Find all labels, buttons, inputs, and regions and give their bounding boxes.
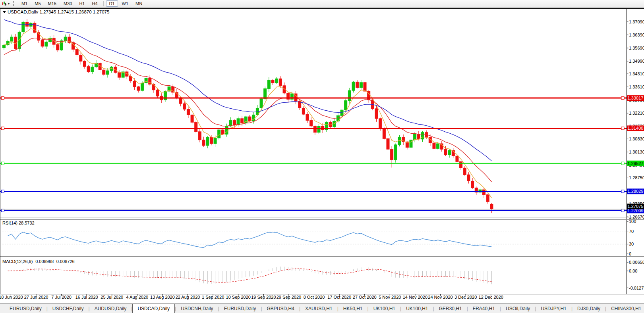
candle: [264, 88, 267, 98]
candle: [195, 122, 197, 132]
chart-tab-usdcad-daily[interactable]: USDCAD,Daily: [132, 304, 175, 313]
chart-tab-audusd-daily[interactable]: AUDUSD,Daily: [90, 304, 132, 313]
date-axis-label: 27 Oct 2020: [353, 295, 377, 300]
candle: [41, 40, 44, 46]
candle: [22, 22, 25, 32]
chart-tab-usdchf-daily[interactable]: USDCHF,Daily: [48, 304, 89, 313]
candle: [340, 110, 343, 115]
date-axis-label: 18 Jun 2020: [0, 295, 23, 300]
hline-price-label-text: 1.33017: [628, 96, 644, 100]
hline-handle-left[interactable]: [2, 97, 4, 100]
chart-tab-eurusd-daily[interactable]: EURUSD,Daily: [219, 304, 261, 313]
candle: [233, 121, 236, 125]
candle: [437, 144, 439, 148]
chart-tab-uk100-h1[interactable]: UK100,H1: [369, 304, 400, 313]
candle: [275, 79, 278, 83]
candle: [391, 149, 393, 159]
candle: [210, 137, 213, 144]
date-axis-label: 7 Jul 2020: [51, 295, 72, 300]
chart-tab-usdjpy-h1[interactable]: USDJPY,H1: [536, 304, 571, 313]
timeframe-button-m15[interactable]: M15: [45, 0, 60, 7]
timeframe-button-h4[interactable]: H4: [89, 0, 101, 7]
date-axis-label: 16 Jul 2020: [75, 295, 98, 300]
date-axis-label: 10 Sep 2020: [226, 295, 251, 300]
chart-tab-gbpusd-h4[interactable]: GBPUSD,H4: [262, 304, 299, 313]
candle: [421, 132, 424, 139]
timeframe-button-m1[interactable]: M1: [18, 0, 31, 7]
candle: [317, 126, 320, 132]
chart-tab-eurusd-daily[interactable]: EURUSD,Daily: [5, 304, 46, 313]
hline-handle-right[interactable]: [621, 209, 624, 212]
candle: [302, 108, 305, 114]
candle: [102, 70, 105, 74]
timeframe-button-m5[interactable]: M5: [31, 0, 44, 7]
chart-svg[interactable]: 1.370901.363901.356901.349901.343101.336…: [0, 8, 644, 303]
chart-tab-fra40-h1[interactable]: FRA40,H1: [468, 304, 500, 313]
macd-axis-label: 0.006582: [629, 260, 644, 265]
candle: [179, 98, 182, 104]
timeframe-button-h1[interactable]: H1: [76, 0, 88, 7]
macd-axis-label: -0.012758: [629, 286, 644, 290]
price-axis-label: 1.34310: [629, 71, 644, 76]
hline-handle-right[interactable]: [621, 190, 624, 193]
hline-handle-left[interactable]: [2, 209, 4, 212]
rsi-indicator-label: RSI(14) 28.5732: [2, 221, 35, 225]
hline-handle-left[interactable]: [2, 127, 4, 130]
hline-handle-right[interactable]: [621, 162, 624, 165]
candle: [433, 143, 435, 148]
chart-tab-china300-h1[interactable]: CHINA300,H1: [606, 304, 644, 313]
candle: [133, 81, 136, 87]
timeframe-button-mn[interactable]: MN: [132, 0, 145, 7]
hline-handle-right[interactable]: [621, 97, 624, 100]
chevron-down-icon[interactable]: ▾: [8, 2, 10, 6]
toolbar-separator: [103, 1, 104, 6]
candle: [29, 23, 32, 26]
candle: [467, 175, 470, 181]
date-axis-label: 24 Nov 2020: [428, 295, 453, 300]
hline-handle-left[interactable]: [2, 190, 4, 193]
current-price-label-text: 1.27075: [628, 204, 644, 209]
candle: [444, 149, 447, 155]
chart-tab-usdcnh-daily[interactable]: USDCNH,Daily: [176, 304, 218, 313]
candle: [356, 82, 359, 87]
candle: [206, 137, 209, 146]
hline-handle-left[interactable]: [2, 162, 4, 165]
chart-tab-uk100-h1[interactable]: UK100,H1: [401, 304, 433, 313]
chart-tab-usoil-daily[interactable]: USOil,Daily: [501, 304, 535, 313]
rsi-axis-label: 30: [629, 242, 634, 246]
hline-handle-right[interactable]: [621, 127, 624, 130]
chart-tab-ger30-h1[interactable]: GER30,H1: [434, 304, 467, 313]
date-axis-label: 27 Jun 2020: [24, 295, 48, 300]
date-axis-label: 29 Sep 2020: [277, 295, 301, 300]
candle: [145, 78, 147, 83]
candle: [271, 80, 274, 83]
chart-title: USDCAD,Daily 1.27345 1.27415 1.26870 1.2…: [8, 10, 109, 14]
chart-tab-xauusd-h1[interactable]: XAUUSD,H1: [300, 304, 337, 313]
candle: [91, 67, 94, 72]
chart-window[interactable]: 1.370901.363901.356901.349901.343101.336…: [0, 8, 644, 303]
candle: [56, 44, 59, 50]
price-axis-label: 1.28750: [629, 175, 644, 180]
candle: [486, 195, 489, 202]
rsi-axis-label: 100: [629, 219, 636, 224]
candle: [471, 181, 474, 188]
candle: [463, 168, 466, 175]
candle: [394, 145, 397, 160]
candle: [414, 134, 416, 140]
timeframe-button-m30[interactable]: M30: [60, 0, 75, 7]
candle: [79, 55, 82, 61]
timeframe-button-d1[interactable]: D1: [106, 0, 118, 7]
rsi-axis-label: 70: [629, 229, 634, 234]
timeframe-button-w1[interactable]: W1: [119, 0, 132, 7]
candle: [225, 126, 228, 134]
chart-cursor-icon[interactable]: [1, 1, 8, 6]
price-axis-label: 1.30130: [629, 150, 644, 154]
chart-tab-hk50-h1[interactable]: HK50,H1: [338, 304, 367, 313]
candle: [310, 121, 313, 126]
candle: [18, 32, 21, 48]
chart-tab-dj30-daily[interactable]: DJ30,Daily: [572, 304, 605, 313]
candle: [45, 42, 48, 46]
date-axis-label: 12 Dec 2020: [479, 295, 503, 300]
toolbar-grip[interactable]: [13, 1, 16, 6]
candle: [383, 129, 385, 138]
